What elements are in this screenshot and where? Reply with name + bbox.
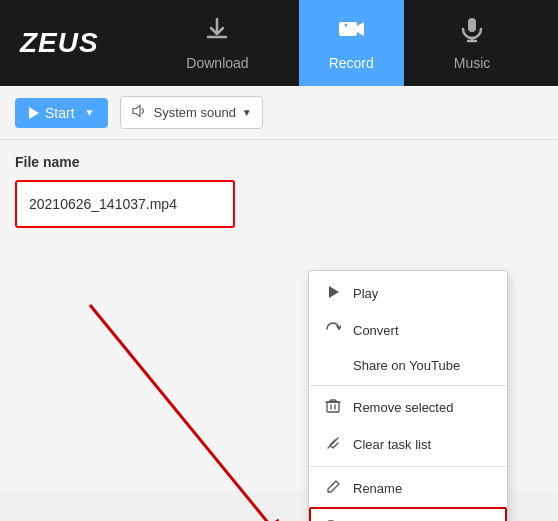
- tab-download[interactable]: Download: [156, 0, 278, 86]
- menu-separator-1: [309, 385, 507, 386]
- sound-label: System sound: [153, 105, 235, 120]
- start-button[interactable]: Start ▼: [15, 98, 108, 128]
- app-logo: ZEUS: [20, 27, 99, 59]
- menu-play-label: Play: [353, 286, 378, 301]
- menu-item-play[interactable]: Play: [309, 275, 507, 312]
- menu-item-clear[interactable]: Clear task list: [309, 426, 507, 463]
- svg-line-4: [90, 305, 270, 521]
- tab-record-label: Record: [329, 55, 374, 71]
- menu-separator-2: [309, 466, 507, 467]
- menu-item-remove[interactable]: Remove selected: [309, 389, 507, 426]
- toolbar: Start ▼ System sound ▼: [0, 86, 558, 140]
- tab-download-label: Download: [186, 55, 248, 71]
- sound-selector[interactable]: System sound ▼: [120, 96, 262, 129]
- sound-chevron: ▼: [242, 107, 252, 118]
- file-item[interactable]: 20210626_141037.mp4: [15, 180, 235, 228]
- context-menu: Play Convert Share on YouTube: [308, 270, 508, 521]
- menu-item-rename[interactable]: Rename: [309, 470, 507, 507]
- svg-rect-5: [327, 402, 339, 412]
- menu-rename-label: Rename: [353, 481, 402, 496]
- menu-convert-label: Convert: [353, 323, 399, 338]
- menu-share-label: Share on YouTube: [353, 358, 460, 373]
- svg-rect-0: [339, 22, 357, 36]
- tab-record[interactable]: Record: [299, 0, 404, 86]
- record-icon: [337, 15, 365, 49]
- file-list-label: File name: [15, 154, 543, 170]
- remove-menu-icon: [323, 398, 343, 417]
- download-icon: [203, 15, 231, 49]
- svg-rect-2: [468, 18, 476, 32]
- menu-item-open-folder[interactable]: Open Folder: [309, 507, 507, 521]
- rename-menu-icon: [323, 479, 343, 498]
- menu-item-convert[interactable]: Convert: [309, 312, 507, 349]
- tab-music-label: Music: [454, 55, 491, 71]
- nav-tabs: Download Record Musi: [139, 0, 538, 86]
- menu-item-share[interactable]: Share on YouTube: [309, 349, 507, 382]
- tab-music[interactable]: Music: [424, 0, 521, 86]
- start-chevron: ▼: [85, 107, 95, 118]
- header: ZEUS Download Record: [0, 0, 558, 86]
- start-label: Start: [45, 105, 75, 121]
- menu-remove-label: Remove selected: [353, 400, 453, 415]
- play-icon: [29, 107, 39, 119]
- sound-icon: [131, 103, 147, 122]
- menu-clear-label: Clear task list: [353, 437, 431, 452]
- svg-point-1: [345, 24, 348, 27]
- play-menu-icon: [323, 284, 343, 303]
- main-content: File name 20210626_141037.mp4 Play: [0, 140, 558, 490]
- clear-menu-icon: [323, 435, 343, 454]
- convert-menu-icon: [323, 321, 343, 340]
- music-icon: [458, 15, 486, 49]
